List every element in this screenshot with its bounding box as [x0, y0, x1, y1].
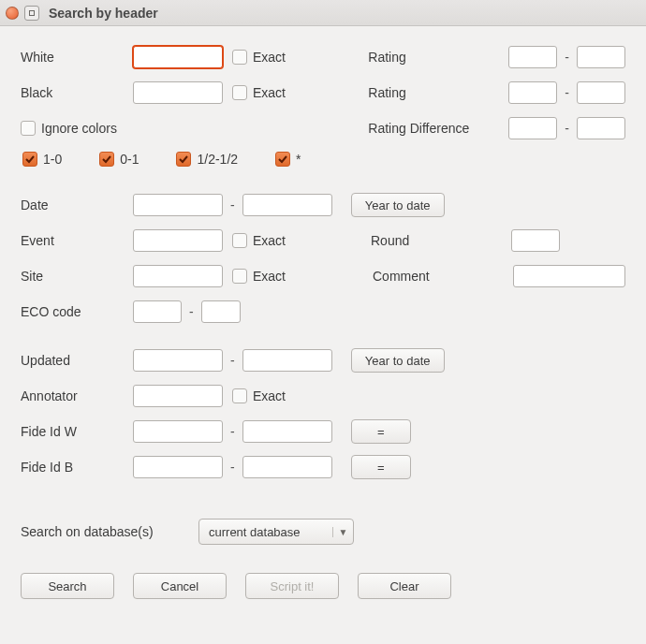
- exact-site-checkbox[interactable]: [232, 269, 247, 284]
- year-to-date-button[interactable]: Year to date: [351, 193, 445, 217]
- fide-b-eq-button[interactable]: =: [351, 455, 411, 479]
- dash: -: [230, 424, 235, 439]
- dash: -: [189, 304, 194, 319]
- dash: -: [565, 50, 569, 65]
- white-rating-hi-input[interactable]: [577, 46, 625, 68]
- result-draw-label: 1/2-1/2: [197, 152, 238, 167]
- eco-lo-input[interactable]: [133, 300, 182, 323]
- white-rating-lo-input[interactable]: [508, 46, 557, 68]
- label-eco: ECO code: [21, 304, 133, 319]
- updated-lo-input[interactable]: [133, 349, 223, 372]
- label-comment: Comment: [373, 269, 513, 284]
- exact-black-label: Exact: [253, 85, 286, 100]
- dash: -: [565, 121, 569, 136]
- cancel-button[interactable]: Cancel: [133, 573, 227, 599]
- clear-button[interactable]: Clear: [358, 573, 451, 599]
- result-star-label: *: [296, 152, 301, 167]
- dash: -: [230, 198, 235, 212]
- round-input[interactable]: [511, 229, 560, 252]
- label-event: Event: [21, 233, 133, 248]
- result-1-0-label: 1-0: [43, 152, 62, 167]
- annotator-input[interactable]: [133, 385, 223, 407]
- exact-event-checkbox[interactable]: [232, 233, 247, 248]
- site-input[interactable]: [133, 265, 223, 287]
- updated-hi-input[interactable]: [242, 349, 332, 372]
- label-round: Round: [371, 233, 511, 248]
- result-0-1-checkbox[interactable]: [99, 152, 114, 167]
- year-to-date-updated-button[interactable]: Year to date: [351, 348, 445, 373]
- label-rating-diff: Rating Difference: [368, 121, 508, 136]
- search-button[interactable]: Search: [21, 573, 114, 599]
- titlebar: Search by header: [0, 0, 646, 26]
- fide-b-hi-input[interactable]: [242, 456, 332, 478]
- black-input[interactable]: [133, 81, 223, 104]
- close-icon[interactable]: [6, 7, 19, 20]
- restore-icon[interactable]: [24, 6, 39, 21]
- result-0-1-label: 0-1: [120, 152, 139, 167]
- label-fide-w: Fide Id W: [21, 424, 133, 439]
- fide-w-hi-input[interactable]: [242, 420, 332, 443]
- ignore-colors-checkbox[interactable]: [21, 121, 36, 136]
- label-site: Site: [21, 269, 133, 284]
- white-input[interactable]: [133, 46, 223, 68]
- exact-white-label: Exact: [253, 50, 286, 65]
- comment-input[interactable]: [513, 265, 625, 287]
- label-annotator: Annotator: [21, 388, 133, 403]
- date-hi-input[interactable]: [242, 194, 332, 216]
- label-black-rating: Rating: [368, 85, 508, 100]
- window-title: Search by header: [49, 6, 158, 21]
- fide-b-lo-input[interactable]: [133, 456, 223, 478]
- exact-event-label: Exact: [253, 233, 286, 248]
- exact-site-label: Exact: [253, 269, 286, 284]
- chevron-down-icon: ▼: [332, 527, 353, 537]
- label-white: White: [21, 50, 133, 65]
- label-black: Black: [21, 85, 133, 100]
- dash: -: [230, 460, 235, 475]
- event-input[interactable]: [133, 229, 223, 252]
- exact-white-checkbox[interactable]: [232, 50, 247, 65]
- date-lo-input[interactable]: [133, 194, 223, 216]
- label-updated: Updated: [21, 353, 133, 368]
- fide-w-lo-input[interactable]: [133, 420, 223, 443]
- eco-hi-input[interactable]: [201, 300, 241, 323]
- database-select[interactable]: current database ▼: [198, 519, 354, 545]
- label-white-rating: Rating: [368, 50, 508, 65]
- exact-annotator-checkbox[interactable]: [232, 388, 247, 403]
- label-fide-b: Fide Id B: [21, 460, 133, 475]
- label-date: Date: [21, 198, 133, 212]
- rating-diff-lo-input[interactable]: [508, 117, 557, 139]
- fide-w-eq-button[interactable]: =: [351, 419, 411, 444]
- black-rating-lo-input[interactable]: [508, 81, 557, 104]
- result-draw-checkbox[interactable]: [176, 152, 191, 167]
- dialog-content: White Exact Rating - Black Exact Rating …: [0, 26, 646, 618]
- dash: -: [230, 353, 235, 368]
- rating-diff-hi-input[interactable]: [577, 117, 625, 139]
- result-star-checkbox[interactable]: [275, 152, 290, 167]
- exact-annotator-label: Exact: [253, 388, 286, 403]
- label-ignore-colors: Ignore colors: [41, 121, 117, 136]
- black-rating-hi-input[interactable]: [577, 81, 625, 104]
- script-it-button[interactable]: Script it!: [245, 573, 339, 599]
- dash: -: [565, 85, 569, 100]
- result-1-0-checkbox[interactable]: [22, 152, 37, 167]
- exact-black-checkbox[interactable]: [232, 85, 247, 100]
- database-select-value: current database: [199, 525, 332, 539]
- label-search-on-db: Search on database(s): [21, 524, 198, 539]
